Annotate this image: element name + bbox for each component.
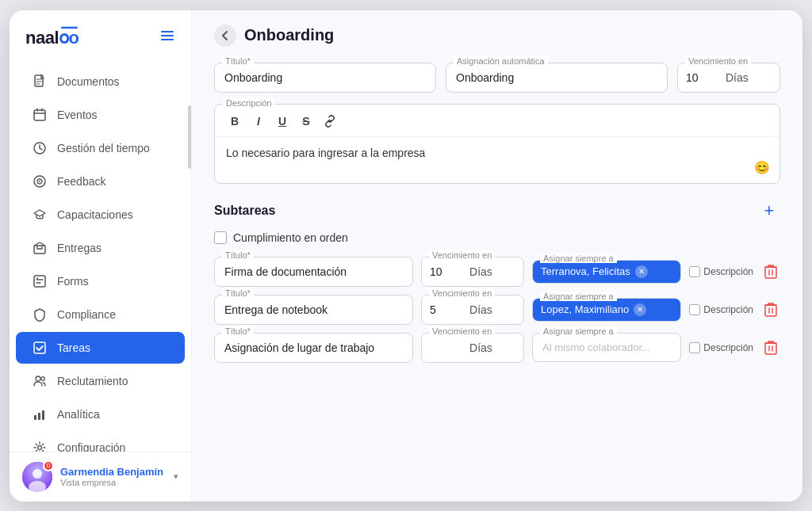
subtarea-venc-label-1: Vencimiento en	[429, 288, 495, 298]
delete-subtarea-0[interactable]	[761, 262, 780, 281]
shield-icon	[32, 307, 48, 322]
subtarea-venc-input-group-1: Días	[421, 295, 524, 325]
sidebar-item-documentos[interactable]: Documentos	[16, 66, 185, 97]
subtarea-titulo-input-1[interactable]	[214, 295, 413, 325]
sidebar-item-analitica[interactable]: Analítica	[16, 399, 185, 430]
clock-icon	[32, 140, 48, 156]
svg-rect-4	[34, 110, 45, 120]
sidebar-item-forms[interactable]: Forms	[16, 265, 185, 297]
cumplimiento-checkbox[interactable]	[214, 231, 227, 244]
description-label: Descripción	[223, 98, 274, 108]
subtarea-venc-input-2[interactable]	[422, 334, 469, 362]
delete-subtarea-1[interactable]	[761, 300, 780, 319]
svg-rect-0	[161, 31, 174, 32]
subtarea-asignar-group-0: Asignar siempre a Terranova, Felicitas ✕	[532, 260, 681, 284]
vencimiento-suffix: Días	[726, 63, 758, 92]
sidebar-item-capacitaciones[interactable]: Capacitaciones	[16, 199, 185, 231]
subtarea-asignar-group-2: Asignar siempre a Al mismo colaborador..…	[532, 333, 681, 362]
sidebar-item-label: Compliance	[57, 308, 116, 321]
subtarea-titulo-label-2: Título*	[222, 326, 254, 336]
main-content: Onboarding Título* Asignación automática…	[192, 10, 802, 501]
page-title: Onboarding	[244, 26, 334, 44]
logo: naalo͞o	[25, 28, 79, 48]
subtarea-titulo-label-0: Título*	[222, 250, 254, 260]
sidebar-item-compliance[interactable]: Compliance	[16, 299, 185, 330]
subtarea-venc-label-0: Vencimiento en	[429, 250, 495, 260]
sidebar-item-label: Feedback	[57, 175, 105, 188]
subtarea-asignar-label-0: Asignar siempre a	[540, 254, 617, 263]
add-subtarea-button[interactable]: +	[758, 200, 780, 222]
description-group: Descripción B I U S Lo necesario para in…	[214, 104, 780, 184]
subtarea-titulo-label-1: Título*	[222, 288, 254, 298]
sidebar-item-label: Tareas	[57, 341, 90, 354]
subtarea-titulo-input-0[interactable]	[214, 257, 413, 287]
italic-button[interactable]: I	[248, 111, 269, 132]
sidebar-item-gestion[interactable]: Gestión del tiempo	[16, 132, 185, 164]
svg-point-14	[41, 376, 45, 380]
sidebar-logo: naalo͞o	[10, 10, 191, 61]
avatar-wrap: 0	[22, 462, 52, 492]
cumplimiento-label: Cumplimiento en orden	[233, 231, 348, 244]
delete-subtarea-2[interactable]	[761, 338, 780, 357]
calendar-icon	[32, 107, 48, 123]
subtarea-titulo-group-0: Título*	[214, 257, 413, 287]
subtarea-desc-checkbox-1[interactable]	[689, 304, 700, 315]
bold-button[interactable]: B	[224, 111, 245, 132]
chip-close-1[interactable]: ✕	[634, 303, 646, 316]
back-button[interactable]	[214, 25, 236, 47]
subtareas-header: Subtareas +	[214, 200, 780, 222]
tasks-icon	[32, 340, 48, 356]
vencimiento-input[interactable]	[678, 63, 726, 92]
subtarea-venc-group-0: Vencimiento en Días	[421, 257, 524, 287]
underline-button[interactable]: U	[272, 111, 293, 132]
box-icon	[32, 240, 48, 256]
chip-close-0[interactable]: ✕	[635, 265, 648, 278]
svg-point-13	[36, 376, 40, 381]
sidebar-item-label: Entregas	[57, 242, 102, 254]
top-bar: Onboarding	[192, 10, 802, 55]
sidebar-item-feedback[interactable]: Feedback	[16, 166, 185, 197]
subtarea-venc-input-0[interactable]	[422, 257, 469, 286]
subtarea-desc-checkbox-0[interactable]	[689, 266, 700, 277]
chart-icon	[32, 406, 48, 422]
sidebar-footer[interactable]: 0 Garmendia Benjamín Vista empresa ▾	[10, 452, 191, 501]
subtarea-venc-input-1[interactable]	[422, 296, 469, 324]
titulo-input[interactable]	[214, 63, 436, 93]
strikethrough-button[interactable]: S	[296, 111, 316, 132]
subtarea-desc-check-0: Descripción	[689, 266, 753, 277]
subtarea-venc-input-group-0: Días	[421, 257, 524, 287]
sidebar-item-reclutamiento[interactable]: Reclutamiento	[16, 365, 185, 397]
subtarea-desc-checkbox-2[interactable]	[689, 342, 700, 353]
link-button[interactable]	[320, 111, 340, 132]
sidebar-item-label: Eventos	[57, 109, 98, 121]
subtarea-desc-label-1: Descripción	[703, 304, 753, 315]
sidebar: naalo͞o Documen	[10, 10, 192, 501]
subtarea-titulo-input-2[interactable]	[214, 333, 413, 363]
subtarea-asignar-chip-1: Lopez, Maximiliano ✕	[532, 298, 681, 322]
svg-point-20	[33, 469, 42, 479]
scrollbar	[188, 66, 191, 454]
subtarea-titulo-group-1: Título*	[214, 295, 413, 325]
cumplimiento-row: Cumplimiento en orden	[214, 231, 780, 244]
sidebar-item-eventos[interactable]: Eventos	[16, 99, 185, 131]
forms-icon	[32, 273, 48, 289]
auto-assign-label: Asignación automática	[454, 56, 548, 66]
subtarea-asignar-group-1: Asignar siempre a Lopez, Maximiliano ✕	[532, 298, 681, 322]
document-icon	[32, 74, 48, 90]
form-row-1: Título* Asignación automática Vencimient…	[214, 63, 780, 93]
subtarea-venc-group-2: Vencimiento en Días	[421, 333, 524, 363]
hamburger-icon[interactable]	[159, 28, 175, 48]
sidebar-item-tareas[interactable]: Tareas	[16, 332, 185, 364]
sidebar-item-label: Gestión del tiempo	[57, 142, 150, 154]
emoji-button[interactable]: 😊	[754, 160, 770, 175]
vencimiento-field-group: Vencimiento en Días	[677, 63, 780, 93]
subtarea-desc-label-2: Descripción	[703, 342, 753, 353]
auto-assign-input[interactable]	[446, 63, 668, 93]
sidebar-item-label: Documentos	[57, 75, 120, 88]
subtarea-venc-suffix-2: Días	[469, 334, 502, 362]
sidebar-item-entregas[interactable]: Entregas	[16, 232, 185, 264]
description-text: Lo necesario para ingresar a la empresa	[226, 147, 425, 159]
subtarea-asignar-label-2: Asignar siempre a	[540, 326, 617, 336]
subtarea-asignar-placeholder-2[interactable]: Al mismo colaborador...	[532, 333, 681, 362]
sidebar-item-configuracion[interactable]: Configuración	[16, 432, 185, 452]
